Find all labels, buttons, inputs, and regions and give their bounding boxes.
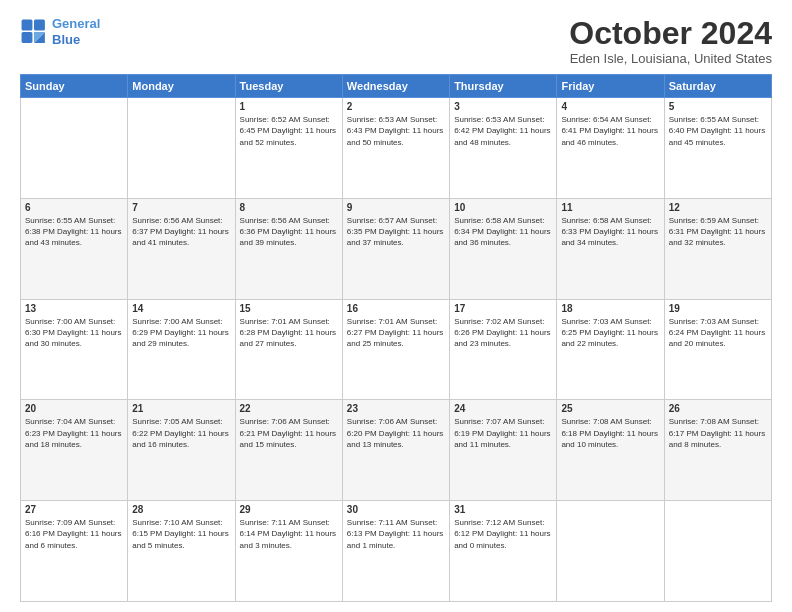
- logo-text: General Blue: [52, 16, 100, 47]
- table-cell: 11Sunrise: 6:58 AM Sunset: 6:33 PM Dayli…: [557, 198, 664, 299]
- table-cell: 1Sunrise: 6:52 AM Sunset: 6:45 PM Daylig…: [235, 98, 342, 199]
- table-cell: 5Sunrise: 6:55 AM Sunset: 6:40 PM Daylig…: [664, 98, 771, 199]
- day-number: 11: [561, 202, 659, 213]
- day-number: 27: [25, 504, 123, 515]
- table-cell: 6Sunrise: 6:55 AM Sunset: 6:38 PM Daylig…: [21, 198, 128, 299]
- header-row: Sunday Monday Tuesday Wednesday Thursday…: [21, 75, 772, 98]
- table-cell: [128, 98, 235, 199]
- day-info: Sunrise: 7:06 AM Sunset: 6:20 PM Dayligh…: [347, 416, 445, 450]
- day-info: Sunrise: 6:54 AM Sunset: 6:41 PM Dayligh…: [561, 114, 659, 148]
- day-info: Sunrise: 7:03 AM Sunset: 6:25 PM Dayligh…: [561, 316, 659, 350]
- calendar-table: Sunday Monday Tuesday Wednesday Thursday…: [20, 74, 772, 602]
- day-number: 23: [347, 403, 445, 414]
- week-row-3: 13Sunrise: 7:00 AM Sunset: 6:30 PM Dayli…: [21, 299, 772, 400]
- table-cell: 25Sunrise: 7:08 AM Sunset: 6:18 PM Dayli…: [557, 400, 664, 501]
- day-info: Sunrise: 7:09 AM Sunset: 6:16 PM Dayligh…: [25, 517, 123, 551]
- day-number: 13: [25, 303, 123, 314]
- table-cell: 7Sunrise: 6:56 AM Sunset: 6:37 PM Daylig…: [128, 198, 235, 299]
- table-cell: 27Sunrise: 7:09 AM Sunset: 6:16 PM Dayli…: [21, 501, 128, 602]
- week-row-5: 27Sunrise: 7:09 AM Sunset: 6:16 PM Dayli…: [21, 501, 772, 602]
- table-cell: 10Sunrise: 6:58 AM Sunset: 6:34 PM Dayli…: [450, 198, 557, 299]
- day-info: Sunrise: 6:53 AM Sunset: 6:42 PM Dayligh…: [454, 114, 552, 148]
- day-number: 20: [25, 403, 123, 414]
- table-cell: 3Sunrise: 6:53 AM Sunset: 6:42 PM Daylig…: [450, 98, 557, 199]
- day-number: 29: [240, 504, 338, 515]
- day-number: 15: [240, 303, 338, 314]
- day-info: Sunrise: 7:08 AM Sunset: 6:18 PM Dayligh…: [561, 416, 659, 450]
- day-number: 26: [669, 403, 767, 414]
- day-number: 17: [454, 303, 552, 314]
- title-block: October 2024 Eden Isle, Louisiana, Unite…: [569, 16, 772, 66]
- table-cell: 24Sunrise: 7:07 AM Sunset: 6:19 PM Dayli…: [450, 400, 557, 501]
- day-number: 4: [561, 101, 659, 112]
- table-cell: 14Sunrise: 7:00 AM Sunset: 6:29 PM Dayli…: [128, 299, 235, 400]
- day-info: Sunrise: 7:02 AM Sunset: 6:26 PM Dayligh…: [454, 316, 552, 350]
- table-cell: 21Sunrise: 7:05 AM Sunset: 6:22 PM Dayli…: [128, 400, 235, 501]
- table-cell: 30Sunrise: 7:11 AM Sunset: 6:13 PM Dayli…: [342, 501, 449, 602]
- day-info: Sunrise: 6:55 AM Sunset: 6:38 PM Dayligh…: [25, 215, 123, 249]
- day-number: 5: [669, 101, 767, 112]
- day-info: Sunrise: 7:05 AM Sunset: 6:22 PM Dayligh…: [132, 416, 230, 450]
- week-row-2: 6Sunrise: 6:55 AM Sunset: 6:38 PM Daylig…: [21, 198, 772, 299]
- day-info: Sunrise: 7:06 AM Sunset: 6:21 PM Dayligh…: [240, 416, 338, 450]
- day-info: Sunrise: 6:57 AM Sunset: 6:35 PM Dayligh…: [347, 215, 445, 249]
- table-cell: 8Sunrise: 6:56 AM Sunset: 6:36 PM Daylig…: [235, 198, 342, 299]
- day-info: Sunrise: 6:52 AM Sunset: 6:45 PM Dayligh…: [240, 114, 338, 148]
- table-cell: 22Sunrise: 7:06 AM Sunset: 6:21 PM Dayli…: [235, 400, 342, 501]
- location: Eden Isle, Louisiana, United States: [569, 51, 772, 66]
- day-info: Sunrise: 6:59 AM Sunset: 6:31 PM Dayligh…: [669, 215, 767, 249]
- svg-rect-0: [22, 19, 33, 30]
- svg-rect-1: [34, 19, 45, 30]
- day-info: Sunrise: 6:56 AM Sunset: 6:36 PM Dayligh…: [240, 215, 338, 249]
- day-number: 3: [454, 101, 552, 112]
- table-cell: 12Sunrise: 6:59 AM Sunset: 6:31 PM Dayli…: [664, 198, 771, 299]
- day-number: 14: [132, 303, 230, 314]
- col-friday: Friday: [557, 75, 664, 98]
- table-cell: 13Sunrise: 7:00 AM Sunset: 6:30 PM Dayli…: [21, 299, 128, 400]
- week-row-4: 20Sunrise: 7:04 AM Sunset: 6:23 PM Dayli…: [21, 400, 772, 501]
- table-cell: 9Sunrise: 6:57 AM Sunset: 6:35 PM Daylig…: [342, 198, 449, 299]
- table-cell: [664, 501, 771, 602]
- day-info: Sunrise: 7:01 AM Sunset: 6:28 PM Dayligh…: [240, 316, 338, 350]
- header: General Blue October 2024 Eden Isle, Lou…: [20, 16, 772, 66]
- day-number: 1: [240, 101, 338, 112]
- month-title: October 2024: [569, 16, 772, 51]
- day-info: Sunrise: 7:03 AM Sunset: 6:24 PM Dayligh…: [669, 316, 767, 350]
- col-wednesday: Wednesday: [342, 75, 449, 98]
- table-cell: [21, 98, 128, 199]
- col-sunday: Sunday: [21, 75, 128, 98]
- table-cell: 26Sunrise: 7:08 AM Sunset: 6:17 PM Dayli…: [664, 400, 771, 501]
- day-number: 28: [132, 504, 230, 515]
- table-cell: 18Sunrise: 7:03 AM Sunset: 6:25 PM Dayli…: [557, 299, 664, 400]
- day-info: Sunrise: 6:58 AM Sunset: 6:34 PM Dayligh…: [454, 215, 552, 249]
- table-cell: 15Sunrise: 7:01 AM Sunset: 6:28 PM Dayli…: [235, 299, 342, 400]
- logo-line2: Blue: [52, 32, 100, 48]
- table-cell: 28Sunrise: 7:10 AM Sunset: 6:15 PM Dayli…: [128, 501, 235, 602]
- day-number: 12: [669, 202, 767, 213]
- table-cell: 19Sunrise: 7:03 AM Sunset: 6:24 PM Dayli…: [664, 299, 771, 400]
- day-number: 9: [347, 202, 445, 213]
- day-number: 31: [454, 504, 552, 515]
- col-saturday: Saturday: [664, 75, 771, 98]
- day-info: Sunrise: 7:07 AM Sunset: 6:19 PM Dayligh…: [454, 416, 552, 450]
- day-info: Sunrise: 7:00 AM Sunset: 6:30 PM Dayligh…: [25, 316, 123, 350]
- table-cell: 20Sunrise: 7:04 AM Sunset: 6:23 PM Dayli…: [21, 400, 128, 501]
- day-number: 24: [454, 403, 552, 414]
- day-info: Sunrise: 7:01 AM Sunset: 6:27 PM Dayligh…: [347, 316, 445, 350]
- day-info: Sunrise: 6:53 AM Sunset: 6:43 PM Dayligh…: [347, 114, 445, 148]
- table-cell: [557, 501, 664, 602]
- table-cell: 16Sunrise: 7:01 AM Sunset: 6:27 PM Dayli…: [342, 299, 449, 400]
- logo: General Blue: [20, 16, 100, 47]
- day-number: 16: [347, 303, 445, 314]
- logo-line1: General: [52, 16, 100, 32]
- day-info: Sunrise: 7:08 AM Sunset: 6:17 PM Dayligh…: [669, 416, 767, 450]
- day-number: 10: [454, 202, 552, 213]
- day-info: Sunrise: 6:56 AM Sunset: 6:37 PM Dayligh…: [132, 215, 230, 249]
- day-info: Sunrise: 7:11 AM Sunset: 6:13 PM Dayligh…: [347, 517, 445, 551]
- table-cell: 4Sunrise: 6:54 AM Sunset: 6:41 PM Daylig…: [557, 98, 664, 199]
- day-number: 7: [132, 202, 230, 213]
- table-cell: 2Sunrise: 6:53 AM Sunset: 6:43 PM Daylig…: [342, 98, 449, 199]
- day-info: Sunrise: 6:55 AM Sunset: 6:40 PM Dayligh…: [669, 114, 767, 148]
- col-tuesday: Tuesday: [235, 75, 342, 98]
- day-number: 6: [25, 202, 123, 213]
